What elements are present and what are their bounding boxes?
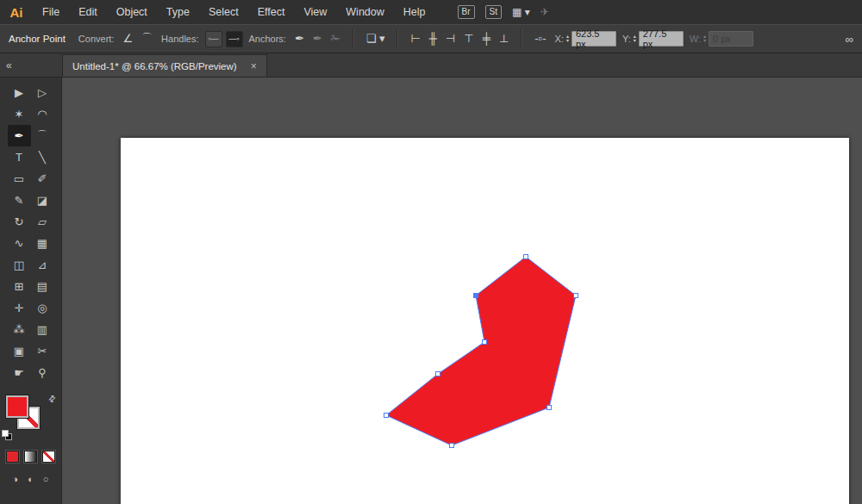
menu-view[interactable]: View <box>294 0 336 24</box>
menubar: Ai FileEditObjectTypeSelectEffectViewWin… <box>0 0 862 24</box>
anchor-point[interactable] <box>524 255 528 259</box>
symbol-sprayer-tool[interactable]: ⁂ <box>8 319 31 340</box>
blend-tool[interactable]: ◎ <box>31 297 54 319</box>
gradient-button[interactable] <box>24 451 37 463</box>
column-graph-tool[interactable]: ▥ <box>31 319 54 340</box>
line-segment-tool[interactable]: ╲ <box>31 146 54 168</box>
convert-label: Convert: <box>78 34 115 44</box>
anchor-point[interactable] <box>547 406 552 410</box>
menu-select[interactable]: Select <box>199 0 248 24</box>
hide-handles-button[interactable]: ―◦ <box>226 31 243 47</box>
scale-tool[interactable]: ▱ <box>31 211 54 233</box>
menu-object[interactable]: Object <box>107 0 157 24</box>
panel-collapse-button[interactable]: « <box>0 53 62 77</box>
convert-to-smooth-button[interactable]: ⌒ <box>139 30 155 47</box>
free-transform-tool[interactable]: ▦ <box>31 233 54 254</box>
fill-swatch[interactable] <box>6 395 28 418</box>
screen-mode-menu-button[interactable]: ◐ <box>28 474 34 484</box>
x-stepper[interactable]: ▴ ▾ <box>566 34 569 43</box>
pen-tool[interactable]: ✒ <box>8 125 31 146</box>
remove-anchor-button[interactable]: ✒ <box>292 30 307 47</box>
anchor-point[interactable] <box>436 372 440 376</box>
tab-bar: « Untitled-1* @ 66.67% (RGB/Preview) × <box>0 53 862 78</box>
tools-grid: ▶▷✶◠✒⌒T╲▭✐✎◪↻▱∿▦◫⊿⊞▤✛◎⁂▥▣✂☛⚲ <box>8 82 54 383</box>
paintbrush-tool[interactable]: ✐ <box>31 168 54 190</box>
screen-mode-buttons: ◑◐○ <box>13 474 49 484</box>
menu-help[interactable]: Help <box>394 0 435 24</box>
convert-buttons: ∠⌒ <box>120 30 155 47</box>
eraser-tool[interactable]: ◪ <box>31 190 54 211</box>
menu-file[interactable]: File <box>33 0 69 24</box>
anchor-point-size-icon[interactable]: -▫- <box>532 30 548 47</box>
rotate-tool[interactable]: ↻ <box>8 211 31 233</box>
w-stepper: ▴ ▾ <box>703 34 706 43</box>
anchor-point[interactable] <box>574 294 578 298</box>
align-left-button[interactable]: ⊢ <box>408 30 422 47</box>
selected-shape[interactable] <box>386 257 576 445</box>
canvas-svg <box>62 78 862 504</box>
align-middle-button[interactable]: ╪ <box>480 30 493 47</box>
magic-wand-tool[interactable]: ✶ <box>8 103 31 125</box>
stepper-down-icon[interactable]: ▾ <box>566 39 569 43</box>
screen-mode-full-button[interactable]: ○ <box>43 474 49 484</box>
show-handles-button[interactable]: ◦― <box>205 31 222 47</box>
document-setup-dropdown[interactable]: ❏ ▾ <box>364 30 388 47</box>
type-tool[interactable]: T <box>8 146 31 168</box>
default-fill-stroke-icon[interactable] <box>2 430 12 440</box>
separator <box>521 29 522 48</box>
curvature-tool[interactable]: ⌒ <box>31 125 54 146</box>
align-center-button[interactable]: ╫ <box>427 30 440 47</box>
main-area: ▶▷✶◠✒⌒T╲▭✐✎◪↻▱∿▦◫⊿⊞▤✛◎⁂▥▣✂☛⚲ ⇄ ◑◐○ <box>0 78 862 504</box>
document-tab[interactable]: Untitled-1* @ 66.67% (RGB/Preview) × <box>62 54 267 77</box>
anchor-point[interactable] <box>384 414 389 418</box>
workspace-switcher[interactable]: ▦ ▾ <box>512 6 530 18</box>
menu-effect[interactable]: Effect <box>248 0 295 24</box>
stepper-down-icon: ▾ <box>703 39 706 43</box>
align-top-button[interactable]: ⊤ <box>461 30 476 47</box>
zoom-tool[interactable]: ⚲ <box>31 362 54 383</box>
add-anchor-button[interactable]: ✒ <box>310 30 325 47</box>
pencil-tool[interactable]: ✎ <box>8 190 31 211</box>
slice-tool[interactable]: ✂ <box>31 340 54 362</box>
app-logo[interactable]: Ai <box>0 0 33 24</box>
anchor-point-selected[interactable] <box>474 294 478 298</box>
direct-selection-tool[interactable]: ▷ <box>31 82 54 103</box>
control-bar-title: Anchor Point <box>9 34 66 44</box>
share-icon[interactable]: ✈ <box>540 6 549 18</box>
anchor-point[interactable] <box>483 340 487 345</box>
artboard-tool[interactable]: ▣ <box>8 340 31 362</box>
shape-builder-tool[interactable]: ◫ <box>8 254 31 276</box>
menu-edit[interactable]: Edit <box>69 0 107 24</box>
stock-button[interactable]: St <box>485 5 502 19</box>
menu-type[interactable]: Type <box>157 0 199 24</box>
stepper-down-icon[interactable]: ▾ <box>634 39 636 43</box>
none-button[interactable] <box>42 451 55 463</box>
width-tool[interactable]: ∿ <box>8 233 31 254</box>
mesh-tool[interactable]: ⊞ <box>8 276 31 297</box>
canvas[interactable] <box>62 78 862 504</box>
menu-window[interactable]: Window <box>336 0 393 24</box>
selection-tool[interactable]: ▶ <box>8 82 31 103</box>
w-input: 0 px <box>709 31 753 47</box>
constrain-link-icon[interactable]: ∞ <box>846 33 853 46</box>
convert-to-corner-button[interactable]: ∠ <box>120 30 135 47</box>
y-input[interactable]: 277.5 px <box>639 31 684 47</box>
w-label: W: <box>690 34 701 44</box>
swap-fill-stroke-icon[interactable]: ⇄ <box>46 393 58 405</box>
bridge-button[interactable]: Br <box>458 5 475 19</box>
color-button[interactable] <box>6 451 19 463</box>
x-input[interactable]: 623.5 px <box>572 31 616 47</box>
anchor-point[interactable] <box>450 444 454 448</box>
hand-tool[interactable]: ☛ <box>8 362 31 383</box>
perspective-grid-tool[interactable]: ⊿ <box>31 254 54 276</box>
align-bottom-button[interactable]: ⊥ <box>497 30 511 47</box>
tab-close-icon[interactable]: × <box>251 60 257 72</box>
gradient-tool[interactable]: ▤ <box>31 276 54 297</box>
cut-path-button[interactable]: ✁ <box>328 30 343 47</box>
eyedropper-tool[interactable]: ✛ <box>8 297 31 319</box>
align-right-button[interactable]: ⊣ <box>443 30 458 47</box>
screen-mode-normal-button[interactable]: ◑ <box>13 474 19 484</box>
lasso-tool[interactable]: ◠ <box>31 103 54 125</box>
rectangle-tool[interactable]: ▭ <box>8 168 31 190</box>
y-stepper[interactable]: ▴ ▾ <box>634 34 636 43</box>
